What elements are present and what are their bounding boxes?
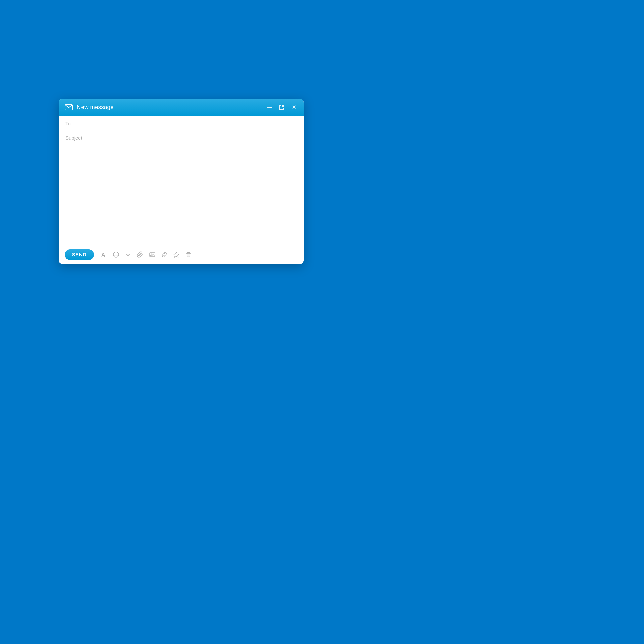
svg-point-5 <box>117 254 117 254</box>
titlebar-left: New message <box>65 104 114 111</box>
minimize-button[interactable]: — <box>266 104 273 111</box>
compose-window: New message — ✕ To Subject <box>59 99 304 264</box>
window-title: New message <box>77 104 114 111</box>
subject-label: Subject <box>65 135 86 141</box>
trash-icon[interactable] <box>183 249 194 260</box>
titlebar: New message — ✕ <box>59 99 304 116</box>
mail-icon <box>65 104 73 110</box>
to-field-row: To <box>59 116 304 130</box>
message-textarea[interactable] <box>59 144 304 245</box>
close-button[interactable]: ✕ <box>290 104 298 111</box>
svg-text:A: A <box>101 252 105 258</box>
send-button[interactable]: SEND <box>65 249 94 260</box>
svg-rect-8 <box>150 253 155 257</box>
toolbar: SEND A <box>59 245 304 264</box>
svg-point-3 <box>113 252 119 257</box>
emoji-icon[interactable] <box>111 249 121 260</box>
svg-point-9 <box>151 253 152 254</box>
to-input[interactable] <box>86 121 297 126</box>
font-icon[interactable]: A <box>99 249 109 260</box>
titlebar-controls: — ✕ <box>266 104 298 111</box>
subject-input[interactable] <box>86 135 297 141</box>
compose-body: To Subject SEND A <box>59 116 304 264</box>
image-icon[interactable] <box>147 249 158 260</box>
subject-field-row: Subject <box>59 130 304 144</box>
svg-marker-10 <box>173 252 179 257</box>
download-icon[interactable] <box>123 249 133 260</box>
link-icon[interactable] <box>159 249 170 260</box>
maximize-button[interactable] <box>278 104 285 111</box>
star-icon[interactable] <box>171 249 182 260</box>
message-area-wrapper <box>59 144 304 245</box>
svg-point-4 <box>115 254 115 254</box>
to-label: To <box>65 121 86 126</box>
attach-icon[interactable] <box>135 249 146 260</box>
